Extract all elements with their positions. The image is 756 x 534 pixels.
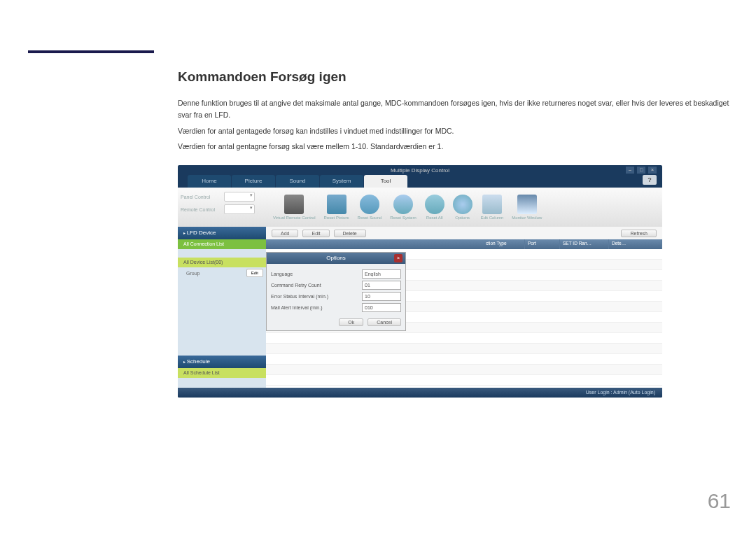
paragraph-3: Værdien for antal gentagne forsøg skal v…: [178, 141, 731, 153]
sidebar-all-device[interactable]: All Device List(00): [178, 258, 266, 267]
edit-button[interactable]: Edit: [302, 230, 329, 237]
options-icon[interactable]: Options: [449, 195, 477, 220]
sidebar: LFD Device All Connection List All Devic…: [178, 227, 266, 388]
group-label: Group: [181, 271, 246, 276]
retry-count-label: Command Retry Count: [271, 283, 362, 288]
col-port[interactable]: Port: [525, 239, 560, 249]
remote-control-label: Remote Control: [181, 207, 224, 212]
dialog-title: Options ×: [267, 253, 405, 264]
tab-tool[interactable]: Tool: [364, 175, 407, 188]
sidebar-all-connection[interactable]: All Connection List: [178, 239, 266, 249]
dialog-title-text: Options: [326, 255, 346, 261]
add-button[interactable]: Add: [272, 230, 298, 237]
close-icon[interactable]: ×: [648, 167, 657, 174]
mail-interval-input[interactable]: [362, 303, 401, 312]
header-accent-bar: [28, 50, 154, 53]
mail-interval-label: Mail Alert Interval (min.): [271, 305, 362, 310]
sidebar-lfd-header[interactable]: LFD Device: [178, 227, 266, 239]
col-detect[interactable]: Dete…: [609, 239, 662, 249]
panel-control-dropdown[interactable]: [224, 192, 255, 202]
dialog-buttons: Ok Cancel: [267, 316, 405, 330]
monitor-window-icon[interactable]: Monitor Window: [507, 195, 546, 220]
dialog-close-icon[interactable]: ×: [394, 254, 402, 262]
virtual-remote-icon[interactable]: Virtual Remote Control: [269, 195, 320, 220]
tab-picture[interactable]: Picture: [232, 175, 275, 188]
refresh-button[interactable]: Refresh: [621, 230, 657, 237]
tab-sound[interactable]: Sound: [276, 175, 319, 188]
main-controls: Add Edit Delete Refresh: [266, 227, 662, 239]
ok-button[interactable]: Ok: [339, 318, 363, 326]
main-content: Kommandoen Forsøg igen Denne funktion br…: [178, 69, 731, 398]
sidebar-group-row: Group Edit: [178, 267, 266, 279]
section-title: Kommandoen Forsøg igen: [178, 69, 731, 85]
tab-system[interactable]: System: [320, 175, 363, 188]
help-button[interactable]: ?: [643, 175, 657, 185]
table-row: [266, 375, 662, 386]
maximize-icon[interactable]: □: [637, 167, 645, 174]
main-tabs: Home Picture Sound System Tool: [188, 175, 408, 188]
window-controls: – □ ×: [626, 167, 657, 174]
panel-control-label: Panel Control: [181, 195, 224, 199]
reset-all-icon[interactable]: Reset All: [421, 195, 449, 220]
remote-control-dropdown[interactable]: [224, 204, 255, 214]
app-window-title: Multiple Display Control: [178, 167, 662, 174]
options-dialog: Options × Language Command Retry Count E…: [266, 252, 406, 331]
sidebar-schedule-header[interactable]: Schedule: [178, 356, 266, 368]
table-row: [266, 344, 662, 354]
col-connection-type[interactable]: ction Type: [483, 239, 525, 249]
toolbar-left: Panel Control Remote Control: [178, 188, 266, 227]
status-bar: User Login : Admin (Auto Login): [178, 388, 662, 398]
cancel-button[interactable]: Cancel: [368, 318, 401, 326]
reset-sound-icon[interactable]: Reset Sound: [354, 195, 386, 220]
col-setid[interactable]: SET ID Ran…: [560, 239, 609, 249]
app-screenshot: Multiple Display Control – □ × ? Home Pi…: [178, 165, 662, 398]
toolbar: Panel Control Remote Control Virtual Rem…: [178, 188, 662, 227]
reset-picture-icon[interactable]: Reset Picture: [320, 195, 354, 220]
table-row: [266, 333, 662, 344]
error-interval-input[interactable]: [362, 292, 401, 301]
group-edit-button[interactable]: Edit: [246, 269, 263, 277]
page-number: 61: [708, 489, 731, 513]
tab-home[interactable]: Home: [188, 175, 231, 188]
toolbar-icons: Virtual Remote Control Reset Picture Res…: [266, 188, 662, 227]
minimize-icon[interactable]: –: [626, 167, 634, 174]
error-interval-label: Error Status Interval (min.): [271, 294, 362, 299]
data-grid: ction Type Port SET ID Ran… Dete… Option…: [266, 239, 662, 388]
language-label: Language: [271, 272, 362, 276]
delete-button[interactable]: Delete: [334, 230, 366, 237]
reset-system-icon[interactable]: Reset System: [386, 195, 420, 220]
paragraph-1: Denne funktion bruges til at angive det …: [178, 97, 731, 121]
paragraph-2: Værdien for antal gentagede forsøg kan i…: [178, 125, 731, 137]
language-select[interactable]: [362, 269, 401, 279]
table-row: [266, 365, 662, 375]
edit-column-icon[interactable]: Edit Column: [477, 195, 508, 220]
retry-count-input[interactable]: [362, 281, 401, 290]
sidebar-all-schedule[interactable]: All Schedule List: [178, 368, 266, 378]
grid-header: ction Type Port SET ID Ran… Dete…: [266, 239, 662, 249]
table-row: [266, 354, 662, 365]
dialog-body: Language Command Retry Count Error Statu…: [267, 264, 405, 316]
main-area: Add Edit Delete Refresh ction Type Port …: [266, 227, 662, 388]
